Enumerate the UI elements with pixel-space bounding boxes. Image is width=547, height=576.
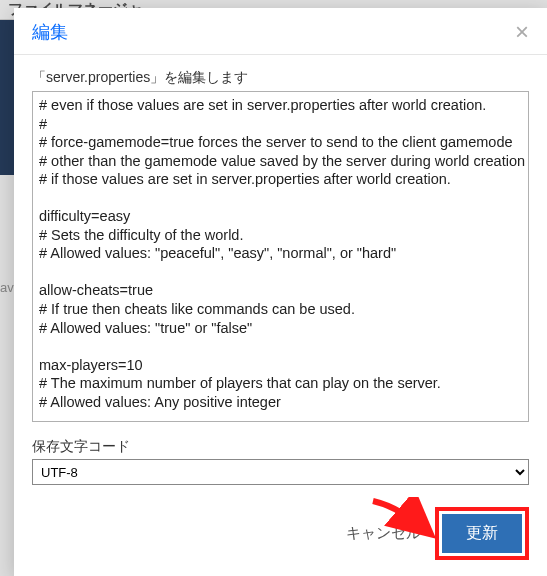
dialog-body: 「server.properties」を編集します 保存文字コード UTF-8: [14, 55, 547, 489]
dialog-footer: キャンセル 更新: [14, 489, 547, 576]
dialog-title: 編集: [32, 20, 68, 44]
dialog-header: 編集 ×: [14, 8, 547, 55]
encoding-select[interactable]: UTF-8: [32, 459, 529, 485]
close-icon[interactable]: ×: [515, 20, 529, 44]
update-button[interactable]: 更新: [442, 514, 522, 553]
file-content-editor[interactable]: [32, 91, 529, 422]
editing-file-label: 「server.properties」を編集します: [32, 69, 529, 87]
edit-dialog: 編集 × 「server.properties」を編集します 保存文字コード U…: [14, 8, 547, 576]
update-button-highlight: 更新: [435, 507, 529, 560]
cancel-button[interactable]: キャンセル: [346, 524, 421, 543]
encoding-section: 保存文字コード UTF-8: [32, 438, 529, 485]
encoding-label: 保存文字コード: [32, 438, 529, 456]
